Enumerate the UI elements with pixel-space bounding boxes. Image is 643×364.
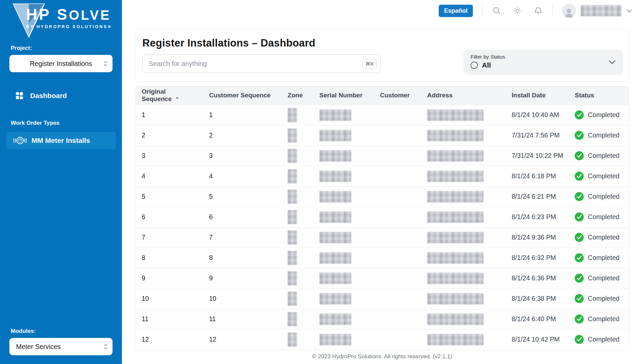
app-logo: HP SOLVE BY HYDROPRO SOLUTIONS® bbox=[0, 2, 122, 39]
address-redacted-block bbox=[427, 191, 484, 202]
cell-install-date: 8/1/24 6:38 PM bbox=[508, 288, 571, 309]
table-row[interactable]: 227/31/24 7:56 PMCompleted bbox=[136, 125, 629, 146]
table-row[interactable]: 668/1/24 6:23 PMCompleted bbox=[136, 207, 629, 227]
table-row[interactable]: 558/1/24 6:21 PMCompleted bbox=[136, 186, 629, 207]
cell-zone-redacted bbox=[284, 207, 316, 227]
zone-redacted-block bbox=[288, 149, 297, 163]
cell-address-redacted bbox=[424, 125, 508, 146]
table-row[interactable]: 10108/1/24 6:38 PMCompleted bbox=[136, 288, 629, 309]
column-header-customer[interactable]: Customer bbox=[377, 86, 424, 105]
column-header-status[interactable]: Status bbox=[571, 86, 629, 105]
completed-check-icon bbox=[575, 151, 584, 160]
search-icon[interactable] bbox=[492, 6, 501, 15]
status-label: Completed bbox=[588, 111, 619, 119]
project-select-value: Register Installations bbox=[9, 60, 113, 68]
modules-select[interactable]: Meter Services bbox=[9, 338, 113, 355]
serial-redacted-block bbox=[319, 109, 351, 121]
cell-customer-sequence: 11 bbox=[206, 309, 284, 329]
cell-status: Completed bbox=[571, 227, 629, 248]
address-redacted-block bbox=[427, 232, 484, 243]
column-header-install-date[interactable]: Install Date bbox=[508, 86, 571, 105]
cell-serial-number-redacted bbox=[316, 309, 377, 329]
zone-redacted-block bbox=[288, 312, 297, 326]
table-row[interactable]: 12128/1/24 10:42 PMCompleted bbox=[136, 329, 629, 350]
table-row[interactable]: 998/1/24 6:36 PMCompleted bbox=[136, 268, 629, 288]
table-row[interactable]: 11118/1/24 6:40 PMCompleted bbox=[136, 309, 629, 329]
table-row[interactable]: 337/31/24 10:22 PMCompleted bbox=[136, 146, 629, 166]
table-row[interactable]: 888/1/24 6:32 PMCompleted bbox=[136, 248, 629, 268]
table-row[interactable]: 118/1/24 10:40 AMCompleted bbox=[136, 105, 629, 125]
completed-check-icon bbox=[575, 212, 584, 221]
serial-redacted-block bbox=[319, 171, 351, 182]
cell-original-sequence: 10 bbox=[136, 288, 206, 309]
logo-brand: HP SOLVE bbox=[26, 5, 112, 23]
status-badge: Completed bbox=[575, 294, 625, 303]
cell-zone-redacted bbox=[284, 105, 316, 125]
serial-redacted-block bbox=[319, 313, 351, 325]
sidebar-item-dashboard[interactable]: Dashboard bbox=[0, 91, 122, 100]
language-toggle-button[interactable]: Español bbox=[439, 5, 473, 17]
user-menu[interactable] bbox=[562, 4, 632, 18]
cell-status: Completed bbox=[571, 329, 629, 350]
main-area: Español bbox=[122, 0, 643, 364]
sort-asc-icon: ⌃ bbox=[175, 96, 180, 102]
serial-redacted-block bbox=[319, 191, 351, 202]
sidebar-item-mm-meter-installs[interactable]: MM Meter Installs bbox=[6, 132, 116, 149]
serial-redacted-block bbox=[319, 232, 351, 243]
cell-status: Completed bbox=[571, 288, 629, 309]
cell-original-sequence: 12 bbox=[136, 329, 206, 350]
cell-serial-number-redacted bbox=[316, 166, 377, 186]
cell-status: Completed bbox=[571, 268, 629, 288]
cell-install-date: 8/1/24 10:40 AM bbox=[508, 105, 571, 125]
cell-install-date: 8/1/24 6:36 PM bbox=[508, 268, 571, 288]
cell-serial-number-redacted bbox=[316, 227, 377, 248]
zone-redacted-block bbox=[288, 251, 297, 265]
serial-redacted-block bbox=[319, 273, 351, 284]
column-header-customer-sequence[interactable]: Customer Sequence bbox=[206, 86, 284, 105]
table-header-row: Original Sequence⌃Customer SequenceZoneS… bbox=[136, 86, 629, 105]
column-header-serial-number[interactable]: Serial Number bbox=[316, 86, 377, 105]
cell-serial-number-redacted bbox=[316, 146, 377, 166]
completed-check-icon bbox=[575, 233, 584, 242]
cell-address-redacted bbox=[424, 227, 508, 248]
cell-serial-number-redacted bbox=[316, 186, 377, 207]
cell-zone-redacted bbox=[284, 268, 316, 288]
completed-check-icon bbox=[575, 172, 584, 181]
table-row[interactable]: 448/1/24 6:18 PMCompleted bbox=[136, 166, 629, 186]
completed-check-icon bbox=[575, 131, 584, 140]
select-stepper-icon bbox=[103, 61, 108, 67]
column-header-original-sequence[interactable]: Original Sequence⌃ bbox=[136, 86, 206, 105]
project-select[interactable]: Register Installations bbox=[9, 55, 113, 72]
status-filter-dropdown[interactable]: Filter by Status All bbox=[463, 50, 623, 75]
column-header-zone[interactable]: Zone bbox=[284, 86, 316, 105]
footer-copyright: © 2023 HydroPro Solutions. All rights re… bbox=[135, 350, 629, 364]
serial-redacted-block bbox=[319, 334, 351, 345]
cell-customer bbox=[377, 125, 424, 146]
cell-status: Completed bbox=[571, 186, 629, 207]
address-redacted-block bbox=[427, 130, 484, 141]
cell-serial-number-redacted bbox=[316, 288, 377, 309]
search-input[interactable] bbox=[142, 55, 381, 73]
project-label: Project: bbox=[0, 45, 122, 52]
status-badge: Completed bbox=[575, 131, 625, 140]
cell-install-date: 8/1/24 10:42 PM bbox=[508, 329, 571, 350]
serial-redacted-block bbox=[319, 150, 351, 162]
column-header-address[interactable]: Address bbox=[424, 86, 508, 105]
theme-sun-icon[interactable] bbox=[513, 6, 522, 15]
chevron-down-icon bbox=[626, 9, 632, 13]
cell-status: Completed bbox=[571, 125, 629, 146]
status-label: Completed bbox=[588, 131, 619, 139]
page-title: Register Installations – Dashboard bbox=[142, 37, 622, 49]
cell-zone-redacted bbox=[284, 227, 316, 248]
completed-check-icon bbox=[575, 294, 584, 303]
cell-address-redacted bbox=[424, 146, 508, 166]
table-row[interactable]: 778/1/24 9:36 PMCompleted bbox=[136, 227, 629, 248]
status-label: Completed bbox=[588, 336, 619, 343]
cell-customer-sequence: 10 bbox=[206, 288, 284, 309]
status-filter-label: Filter by Status bbox=[471, 54, 605, 60]
cell-serial-number-redacted bbox=[316, 329, 377, 350]
notifications-bell-icon[interactable] bbox=[533, 6, 543, 15]
cell-status: Completed bbox=[571, 166, 629, 186]
status-label: Completed bbox=[588, 234, 619, 241]
cell-address-redacted bbox=[424, 309, 508, 329]
